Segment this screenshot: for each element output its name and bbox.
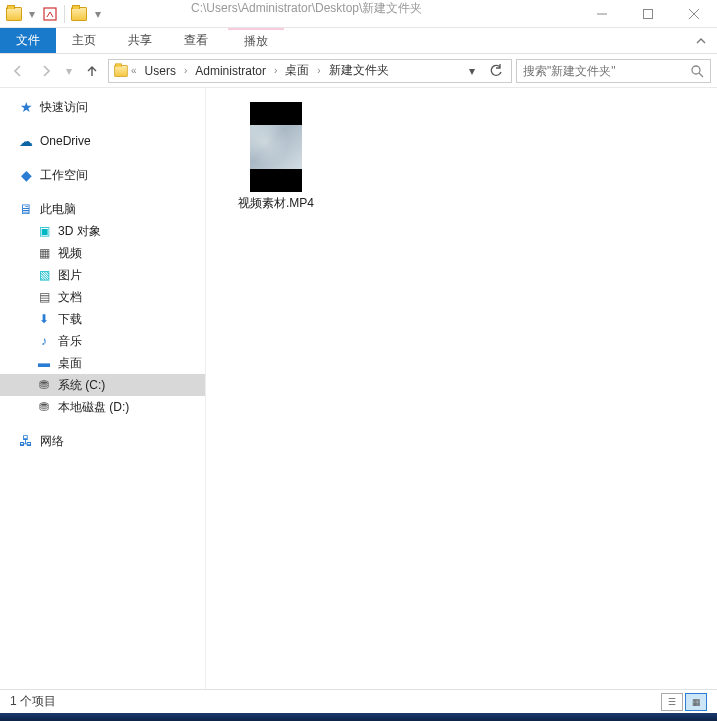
nav-quick-access[interactable]: ★快速访问 xyxy=(0,96,205,118)
chevron-icon[interactable]: › xyxy=(184,65,187,76)
window-title-path: C:\Users\Administrator\Desktop\新建文件夹 xyxy=(179,0,579,27)
document-icon: ▤ xyxy=(36,289,52,305)
nav-local-d[interactable]: ⛃本地磁盘 (D:) xyxy=(0,396,205,418)
address-box[interactable]: « Users › Administrator › 桌面 › 新建文件夹 ▾ xyxy=(108,59,512,83)
download-icon: ⬇ xyxy=(36,311,52,327)
network-icon: 🖧 xyxy=(18,433,34,449)
svg-line-6 xyxy=(699,73,703,77)
file-name-label: 视频素材.MP4 xyxy=(238,196,314,212)
search-icon xyxy=(690,64,704,78)
crumb-desktop[interactable]: 桌面 xyxy=(279,60,315,81)
address-dropdown[interactable]: ▾ xyxy=(461,61,483,81)
window-controls xyxy=(579,0,717,28)
quick-access-toolbar: ▾ ▾ xyxy=(0,0,107,28)
tab-share[interactable]: 共享 xyxy=(112,28,168,53)
svg-point-5 xyxy=(692,66,700,74)
chevron-icon[interactable]: › xyxy=(317,65,320,76)
nav-workspace[interactable]: ◆工作空间 xyxy=(0,164,205,186)
video-thumbnail xyxy=(250,102,302,192)
forward-button[interactable] xyxy=(34,59,58,83)
ribbon-tabs: 文件 主页 共享 查看 播放 xyxy=(0,28,717,54)
crumb-admin[interactable]: Administrator xyxy=(189,62,272,80)
nav-desktop[interactable]: ▬桌面 xyxy=(0,352,205,374)
search-box[interactable] xyxy=(516,59,711,83)
body: ★快速访问 ☁OneDrive ◆工作空间 🖥此电脑 ▣3D 对象 ▦视频 ▧图… xyxy=(0,88,717,689)
properties-icon[interactable] xyxy=(38,0,62,28)
up-button[interactable] xyxy=(80,59,104,83)
details-view-button[interactable]: ☰ xyxy=(661,693,683,711)
nav-network[interactable]: 🖧网络 xyxy=(0,430,205,452)
nav-3d-objects[interactable]: ▣3D 对象 xyxy=(0,220,205,242)
chevron-icon[interactable]: › xyxy=(274,65,277,76)
nav-downloads[interactable]: ⬇下载 xyxy=(0,308,205,330)
tab-home[interactable]: 主页 xyxy=(56,28,112,53)
nav-videos[interactable]: ▦视频 xyxy=(0,242,205,264)
nav-system-c[interactable]: ⛃系统 (C:) xyxy=(0,374,205,396)
back-button[interactable] xyxy=(6,59,30,83)
star-icon: ★ xyxy=(18,99,34,115)
nav-this-pc[interactable]: 🖥此电脑 xyxy=(0,198,205,220)
file-item[interactable]: 视频素材.MP4 xyxy=(230,102,322,212)
cube-icon: ▣ xyxy=(36,223,52,239)
status-bar: 1 个项目 ☰ ▦ xyxy=(0,689,717,713)
nav-pictures[interactable]: ▧图片 xyxy=(0,264,205,286)
ribbon-collapse-icon[interactable] xyxy=(685,28,717,53)
minimize-button[interactable] xyxy=(579,0,625,28)
disk-icon: ⛃ xyxy=(36,377,52,393)
chevron-icon[interactable]: « xyxy=(131,65,137,76)
recent-dropdown[interactable]: ▾ xyxy=(62,59,76,83)
nav-onedrive[interactable]: ☁OneDrive xyxy=(0,130,205,152)
folder-icon xyxy=(114,65,128,77)
search-input[interactable] xyxy=(523,64,690,78)
crumb-folder[interactable]: 新建文件夹 xyxy=(323,60,395,81)
navigation-pane[interactable]: ★快速访问 ☁OneDrive ◆工作空间 🖥此电脑 ▣3D 对象 ▦视频 ▧图… xyxy=(0,88,206,689)
svg-rect-0 xyxy=(44,8,56,20)
cloud-icon: ☁ xyxy=(18,133,34,149)
view-toggles: ☰ ▦ xyxy=(661,693,707,711)
refresh-button[interactable] xyxy=(485,61,507,81)
title-bar: ▾ ▾ 视频工具 C:\Users\Administrator\Desktop\… xyxy=(0,0,717,28)
pc-icon: 🖥 xyxy=(18,201,34,217)
picture-icon: ▧ xyxy=(36,267,52,283)
music-icon: ♪ xyxy=(36,333,52,349)
crumb-users[interactable]: Users xyxy=(139,62,182,80)
new-folder-icon[interactable] xyxy=(67,0,91,28)
qat-dropdown[interactable]: ▾ xyxy=(26,0,38,28)
icons-view-button[interactable]: ▦ xyxy=(685,693,707,711)
diamond-icon: ◆ xyxy=(18,167,34,183)
taskbar-sliver xyxy=(0,713,717,721)
film-icon: ▦ xyxy=(36,245,52,261)
tab-view[interactable]: 查看 xyxy=(168,28,224,53)
desktop-icon: ▬ xyxy=(36,355,52,371)
folder-icon[interactable] xyxy=(2,0,26,28)
file-tab[interactable]: 文件 xyxy=(0,28,56,53)
file-view[interactable]: 视频素材.MP4 xyxy=(206,88,717,689)
nav-music[interactable]: ♪音乐 xyxy=(0,330,205,352)
svg-rect-2 xyxy=(644,9,653,18)
close-button[interactable] xyxy=(671,0,717,28)
item-count: 1 个项目 xyxy=(10,693,56,710)
maximize-button[interactable] xyxy=(625,0,671,28)
tab-play[interactable]: 播放 xyxy=(228,28,284,53)
nav-documents[interactable]: ▤文档 xyxy=(0,286,205,308)
address-bar: ▾ « Users › Administrator › 桌面 › 新建文件夹 ▾ xyxy=(0,54,717,88)
disk-icon: ⛃ xyxy=(36,399,52,415)
qat-overflow[interactable]: ▾ xyxy=(91,0,105,28)
